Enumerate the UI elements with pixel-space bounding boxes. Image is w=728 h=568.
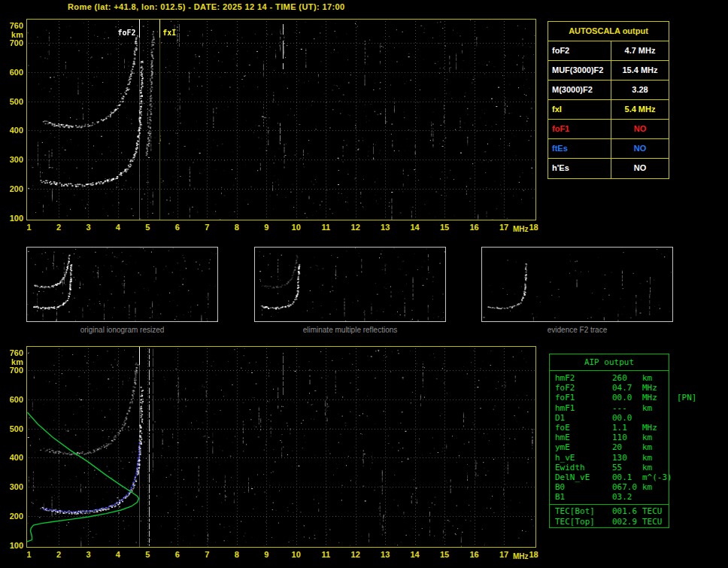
aip-unit: km	[642, 403, 672, 413]
aip-table-title: AIP output	[550, 354, 669, 371]
aip-param: B1	[555, 492, 612, 502]
aip-row: TEC[Bot]001.6TECU	[550, 506, 669, 516]
aip-unit: km	[642, 453, 672, 463]
autoscala-value: 4.7 MHz	[611, 41, 669, 60]
autoscala-row: fxI5.4 MHz	[548, 100, 669, 120]
x-tick-label: 8	[229, 223, 245, 232]
aip-param: foE	[555, 423, 612, 433]
x-tick-label: 13	[377, 223, 393, 232]
aip-param: foF1	[555, 393, 612, 402]
y-tick-label: 100	[1, 214, 23, 223]
aip-value: 1.1	[612, 423, 642, 433]
autoscala-value: 3.28	[611, 80, 669, 99]
y-tick-label: 600	[1, 68, 23, 77]
x-tick-label: 5	[139, 223, 156, 232]
caption-evidence-f2: evidence F2 trace	[481, 326, 673, 334]
thumbnail-eliminate-canvas	[255, 248, 445, 321]
autoscala-value: 15.4 MHz	[611, 61, 669, 80]
x-tick-label: 2	[50, 550, 67, 559]
aip-unit: km	[642, 442, 672, 452]
x-tick-label: 17	[496, 550, 512, 559]
aip-value: 00.0	[612, 393, 642, 402]
autoscala-row: M(3000)F23.28	[548, 80, 669, 100]
aip-param: Ewidth	[555, 463, 612, 472]
autoscala-param: MUF(3000)F2	[548, 61, 611, 80]
autoscala-param: foF1	[548, 120, 611, 138]
y-tick-label: 500	[1, 97, 23, 106]
aip-row: h_vE130km	[550, 453, 669, 463]
aip-row: DelN_vE00.1m^(-3)	[550, 472, 669, 482]
aip-param: hmF2	[555, 373, 612, 383]
autoscala-row: foF1NO	[548, 120, 669, 139]
autoscala-param: M(3000)F2	[548, 80, 611, 99]
aip-tec-rows: TEC[Bot]001.6TECUTEC[Top]002.9TECU	[550, 506, 669, 526]
aip-row: hmF1---km	[550, 403, 669, 413]
x-tick-label: 7	[199, 550, 215, 559]
aip-unit: MHz	[642, 423, 672, 433]
caption-eliminate-reflections: eliminate multiple reflections	[254, 326, 446, 334]
aip-param: D1	[555, 413, 612, 423]
y-tick-label: 300	[1, 155, 23, 164]
x-tick-label: 14	[407, 550, 423, 559]
aip-row: foF100.0MHz[PN]	[550, 393, 669, 402]
autoscala-table-title: AUTOSCALA output	[548, 22, 669, 41]
y-tick-label: 400	[1, 126, 23, 135]
x-tick-label: 9	[258, 223, 275, 232]
x-tick-label: 7	[199, 223, 215, 232]
autoscala-param: h'Es	[548, 159, 611, 178]
aip-unit: km	[642, 433, 672, 442]
aip-unit: km	[642, 482, 672, 492]
aip-unit: MHz	[642, 393, 672, 402]
aip-param: hmF1	[555, 403, 612, 413]
marker-label-foF2: foF2	[105, 29, 136, 37]
x-tick-label: 6	[169, 550, 186, 559]
y-tick-label: 700	[1, 366, 23, 375]
autoscala-table-rows: foF24.7 MHzMUF(3000)F215.4 MHzM(3000)F23…	[548, 41, 669, 178]
x-axis-unit: MHz	[513, 225, 529, 233]
aip-value: 00.1	[612, 472, 642, 482]
x-tick-label: 3	[80, 550, 96, 559]
x-tick-label: 11	[317, 223, 334, 232]
aip-value: 260	[612, 373, 642, 383]
autoscala-value: NO	[611, 139, 669, 158]
x-tick-label: 8	[229, 550, 245, 559]
x-tick-label: 12	[347, 550, 364, 559]
ionogram-top-canvas	[27, 20, 535, 220]
aip-output-table: AIP output hmF2260kmfoF204.7MHzfoF100.0M…	[549, 354, 669, 528]
autoscala-value: 5.4 MHz	[611, 100, 669, 119]
x-axis-unit: MHz	[513, 552, 529, 560]
aip-value: 20	[612, 442, 642, 452]
y-tick-label: 600	[1, 395, 23, 404]
aip-unit: MHz	[642, 383, 672, 393]
station-date-title: Rome (lat: +41.8, lon: 012.5) - DATE: 20…	[68, 2, 345, 11]
thumbnail-evidence-f2	[481, 247, 673, 322]
x-tick-label: 9	[258, 550, 275, 559]
aip-row: hmE110km	[550, 433, 669, 442]
autoscala-screen: { "page": { "title": "Rome (lat: +41.8, …	[0, 0, 728, 568]
marker-label-fxI: fxI	[162, 29, 176, 37]
y-tick-label: 400	[1, 453, 23, 462]
autoscala-row: MUF(3000)F215.4 MHz	[548, 61, 669, 80]
aip-value: 067.0	[612, 482, 642, 492]
y-axis-unit: km	[1, 357, 23, 366]
y-tick-label: 300	[1, 482, 23, 491]
y-tick-label: 200	[1, 512, 23, 521]
aip-row: TEC[Top]002.9TECU	[550, 517, 669, 527]
x-tick-label: 16	[466, 223, 483, 232]
autoscala-value: NO	[611, 120, 669, 138]
y-tick-label: 760	[1, 348, 23, 357]
aip-row: hmF2260km	[550, 373, 669, 383]
x-tick-label: 17	[496, 223, 512, 232]
x-tick-label: 15	[436, 223, 453, 232]
aip-separator	[550, 504, 669, 505]
thumbnail-original-canvas	[27, 248, 217, 321]
autoscala-param: fxI	[548, 100, 611, 119]
aip-row: foF204.7MHz	[550, 383, 669, 393]
x-tick-label: 4	[110, 223, 126, 232]
aip-value: 03.2	[612, 492, 642, 502]
x-tick-label: 14	[407, 223, 423, 232]
aip-unit: m^(-3)	[642, 472, 672, 482]
aip-note: [PN]	[672, 393, 697, 402]
aip-param: h_vE	[555, 453, 612, 463]
aip-table-rows: hmF2260kmfoF204.7MHzfoF100.0MHz[PN]hmF1-…	[550, 371, 669, 502]
